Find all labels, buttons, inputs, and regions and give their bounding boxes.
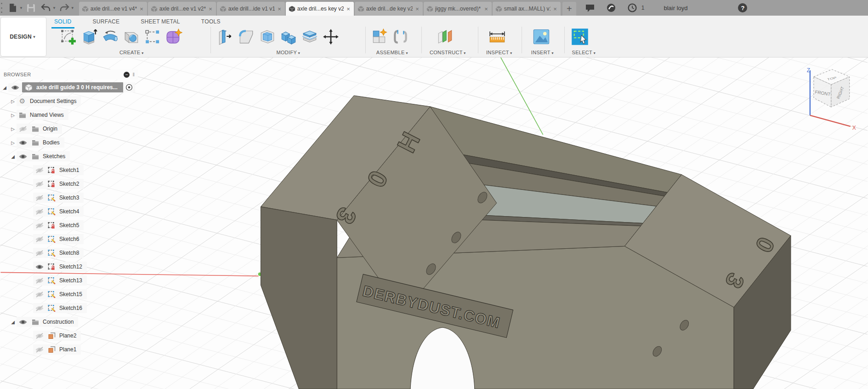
visibility-toggle[interactable] xyxy=(35,305,44,311)
browser-item-chip[interactable]: Named Views xyxy=(17,110,68,120)
select-menu[interactable]: SELECT ▼ xyxy=(566,50,603,55)
model-body[interactable]: DERBYDUST.COM H 0 3 0 3 xyxy=(261,96,791,389)
visibility-eye-icon[interactable] xyxy=(35,264,44,270)
visibility-toggle[interactable] xyxy=(18,126,28,132)
document-tab-1[interactable]: axle dril...ee v1 v4*× xyxy=(79,2,147,16)
document-tab-7[interactable]: small ax...MALL) v1× xyxy=(493,2,561,16)
move-copy-button[interactable] xyxy=(322,27,340,47)
activate-radio-icon[interactable] xyxy=(125,84,133,91)
workspace-switcher[interactable]: DESIGN ▼ xyxy=(1,17,46,56)
visibility-toggle[interactable] xyxy=(35,181,44,187)
browser-item-axle-drill-guide-3-0-h-requires[interactable]: ◢axle drill guide 3 0 H requires... xyxy=(0,81,147,93)
visibility-toggle[interactable] xyxy=(35,250,44,256)
visibility-toggle[interactable] xyxy=(18,140,28,146)
document-tab-3[interactable]: axle drill...ide v1 v1*× xyxy=(217,2,285,16)
browser-item-chip[interactable]: Sketch5 xyxy=(33,220,84,230)
close-tab-icon[interactable]: × xyxy=(346,6,351,12)
visibility-toggle[interactable] xyxy=(35,236,44,242)
close-tab-icon[interactable]: × xyxy=(277,6,282,12)
visibility-toggle[interactable] xyxy=(35,195,44,201)
assemble-menu[interactable]: ASSEMBLE ▼ xyxy=(367,50,419,55)
toolbar-grip[interactable] xyxy=(1,2,6,14)
view-cube[interactable]: TOP FRONT RIGHT Z X xyxy=(807,67,856,131)
close-tab-icon[interactable]: × xyxy=(414,6,420,12)
browser-item-chip[interactable]: Sketch8 xyxy=(33,248,84,258)
visibility-toggle[interactable] xyxy=(35,292,44,297)
file-menu-button[interactable] xyxy=(7,2,19,14)
browser-item-sketch8[interactable]: Sketch8 xyxy=(0,247,147,259)
disclosure-triangle[interactable]: ▷ xyxy=(9,140,17,145)
select-button[interactable] xyxy=(571,27,589,47)
disclosure-triangle[interactable]: ▷ xyxy=(9,99,17,104)
new-tab-button[interactable]: + xyxy=(562,2,576,16)
save-button[interactable] xyxy=(25,2,37,14)
browser-item-chip[interactable]: Sketch4 xyxy=(33,206,84,217)
visibility-toggle[interactable] xyxy=(18,319,28,325)
comments-button[interactable] xyxy=(584,2,596,14)
disclosure-triangle[interactable]: ◢ xyxy=(9,320,17,325)
disclosure-triangle[interactable]: ◢ xyxy=(9,154,17,159)
close-tab-icon[interactable]: × xyxy=(208,6,213,12)
visibility-toggle[interactable] xyxy=(35,167,44,173)
browser-item-chip[interactable]: Sketch12 xyxy=(33,262,87,272)
joint-button[interactable] xyxy=(391,27,410,47)
visibility-hidden-icon[interactable] xyxy=(35,236,44,242)
selected-item-chip[interactable]: axle drill guide 3 0 H requires... xyxy=(22,82,123,92)
disclosure-triangle[interactable]: ▷ xyxy=(9,126,17,132)
document-tab-4[interactable]: axle dril...es key v2× xyxy=(286,2,354,16)
hole-button[interactable] xyxy=(122,27,141,47)
visibility-hidden-icon[interactable] xyxy=(35,347,44,353)
shell-button[interactable] xyxy=(258,27,277,47)
browser-item-chip[interactable]: Plane2 xyxy=(33,331,81,341)
visibility-hidden-icon[interactable] xyxy=(35,250,44,256)
visibility-hidden-icon[interactable] xyxy=(35,278,44,284)
browser-item-chip[interactable]: Construction xyxy=(17,317,78,327)
browser-item-chip[interactable]: Sketch3 xyxy=(33,193,84,203)
browser-item-chip[interactable]: Sketch13 xyxy=(33,275,87,286)
browser-item-sketch12[interactable]: Sketch12 xyxy=(0,261,147,273)
browser-item-chip[interactable]: Plane1 xyxy=(33,344,81,355)
revolve-button[interactable] xyxy=(101,27,119,47)
close-tab-icon[interactable]: × xyxy=(552,6,558,12)
extrude-button[interactable] xyxy=(80,27,98,47)
browser-item-chip[interactable]: Sketch15 xyxy=(33,289,87,299)
user-name[interactable]: blair loyd xyxy=(664,5,687,11)
browser-item-sketch16[interactable]: Sketch16 xyxy=(0,302,147,314)
browser-item-sketch1[interactable]: Sketch1 xyxy=(0,164,147,176)
visibility-toggle[interactable] xyxy=(35,264,44,270)
file-menu-caret[interactable]: ▼ xyxy=(19,6,23,10)
browser-item-chip[interactable]: Origin xyxy=(17,124,62,134)
document-tab-6[interactable]: jiggy mk...overed)*× xyxy=(424,2,492,16)
browser-item-sketch15[interactable]: Sketch15 xyxy=(0,288,147,300)
viewport-canvas[interactable]: DERBYDUST.COM H 0 3 0 3 xyxy=(0,57,868,389)
press-pull-button[interactable] xyxy=(216,27,234,47)
visibility-hidden-icon[interactable] xyxy=(35,305,44,311)
browser-item-named-views[interactable]: ▷Named Views xyxy=(0,109,147,121)
new-component-button[interactable] xyxy=(370,27,389,47)
browser-item-sketches[interactable]: ◢Sketches xyxy=(0,150,147,162)
browser-collapse-button[interactable]: − xyxy=(124,72,130,78)
browser-item-chip[interactable]: Sketch6 xyxy=(33,234,84,244)
browser-item-sketch4[interactable]: Sketch4 xyxy=(0,206,147,217)
visibility-hidden-icon[interactable] xyxy=(35,223,44,229)
insert-canvas-button[interactable] xyxy=(532,27,550,47)
create-menu[interactable]: CREATE ▼ xyxy=(59,50,206,55)
document-tab-2[interactable]: axle dril...ee v1 v2*× xyxy=(148,2,216,16)
visibility-hidden-icon[interactable] xyxy=(35,181,44,187)
visibility-toggle[interactable] xyxy=(35,209,44,215)
visibility-toggle[interactable] xyxy=(8,83,22,92)
visibility-toggle[interactable] xyxy=(35,333,44,339)
document-tab-5[interactable]: axle dril...de key v2× xyxy=(355,2,423,16)
browser-item-plane2[interactable]: Plane2 xyxy=(0,330,147,342)
visibility-eye-icon[interactable] xyxy=(11,85,20,91)
visibility-toggle[interactable] xyxy=(35,347,44,353)
browser-item-plane1[interactable]: Plane1 xyxy=(0,343,147,355)
visibility-hidden-icon[interactable] xyxy=(18,126,28,132)
visibility-eye-icon[interactable] xyxy=(18,154,28,160)
modify-menu[interactable]: MODIFY ▼ xyxy=(216,50,362,55)
visibility-eye-icon[interactable] xyxy=(18,319,28,325)
insert-menu[interactable]: INSERT ▼ xyxy=(523,50,563,55)
browser-drag-handle[interactable]: ‖ xyxy=(132,72,135,77)
extensions-button[interactable] xyxy=(605,2,617,14)
browser-item-chip[interactable]: ⚙Document Settings xyxy=(17,96,81,106)
